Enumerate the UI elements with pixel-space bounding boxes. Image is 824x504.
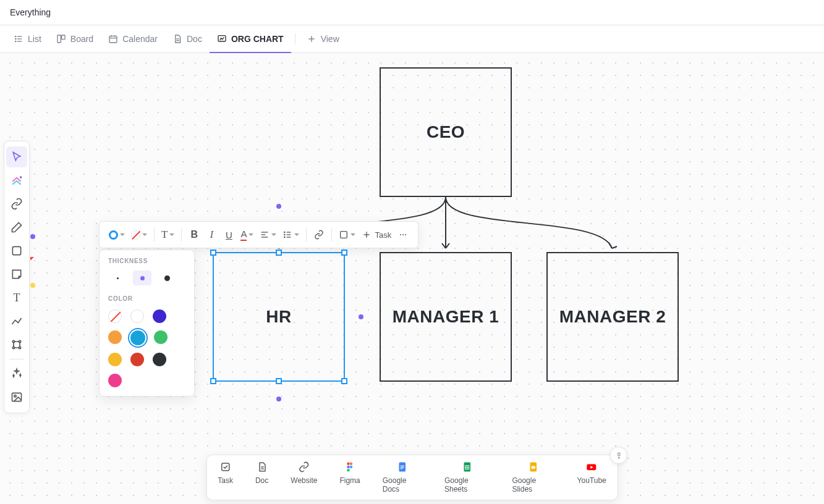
tab-doc[interactable]: Doc bbox=[165, 25, 210, 52]
anchor-bottom[interactable] bbox=[276, 397, 281, 401]
text-style-button[interactable]: T bbox=[158, 225, 177, 245]
text-color-button[interactable]: A bbox=[237, 225, 257, 245]
tool-clickup-item[interactable] bbox=[6, 170, 27, 191]
gdocs-icon bbox=[397, 461, 408, 472]
swatch-violet[interactable] bbox=[153, 309, 166, 323]
palette-divider bbox=[9, 359, 24, 359]
swatch-red[interactable] bbox=[130, 353, 144, 366]
tool-connector[interactable] bbox=[6, 311, 27, 332]
svg-point-5 bbox=[15, 41, 16, 41]
resize-handle-nw[interactable] bbox=[210, 250, 216, 256]
diagram-icon bbox=[11, 338, 23, 351]
thickness-small[interactable] bbox=[108, 271, 127, 285]
insert-doc[interactable]: Doc bbox=[255, 461, 268, 494]
whiteboard-icon bbox=[217, 34, 227, 44]
plus-icon bbox=[362, 230, 372, 240]
insert-website[interactable]: Website bbox=[291, 461, 317, 494]
connector-icon bbox=[11, 315, 23, 327]
swatch-white[interactable] bbox=[130, 309, 144, 323]
tool-shape[interactable] bbox=[6, 240, 27, 261]
list-style-button[interactable] bbox=[279, 225, 302, 245]
tool-cursor[interactable] bbox=[6, 146, 27, 167]
tab-add-view[interactable]: View bbox=[299, 25, 347, 52]
tab-list[interactable]: List bbox=[6, 25, 49, 52]
insert-link-button[interactable] bbox=[310, 225, 328, 245]
pin-button[interactable] bbox=[610, 447, 627, 464]
svg-rect-6 bbox=[57, 35, 61, 43]
tool-link[interactable] bbox=[6, 193, 27, 214]
node-ceo[interactable]: CEO bbox=[380, 67, 512, 197]
tool-text[interactable]: T bbox=[6, 287, 27, 308]
color-swatches bbox=[108, 309, 185, 387]
tool-magic[interactable] bbox=[6, 363, 27, 384]
svg-rect-51 bbox=[401, 466, 404, 466]
insert-figma[interactable]: Figma bbox=[339, 461, 360, 494]
resize-handle-s[interactable] bbox=[276, 378, 282, 384]
stroke-color-button[interactable] bbox=[106, 225, 128, 245]
color-panel: THICKNESS COLOR bbox=[99, 250, 195, 397]
svg-point-45 bbox=[347, 463, 350, 466]
swatch-green[interactable] bbox=[154, 330, 168, 344]
gslides-icon bbox=[528, 461, 539, 472]
svg-point-36 bbox=[19, 340, 20, 342]
insert-google-slides[interactable]: Google Slides bbox=[512, 461, 554, 494]
anchor-right[interactable] bbox=[359, 314, 363, 319]
swatch-blue[interactable] bbox=[130, 330, 145, 345]
swatch-black[interactable] bbox=[153, 353, 166, 366]
more-icon bbox=[398, 230, 408, 240]
tool-pen[interactable] bbox=[6, 217, 27, 238]
fill-color-button[interactable] bbox=[128, 225, 150, 245]
workspace-title[interactable]: Everything bbox=[0, 0, 824, 25]
insert-label: Figma bbox=[339, 476, 360, 485]
tab-org-chart[interactable]: ORG CHART bbox=[210, 26, 291, 53]
insert-task[interactable]: Task bbox=[218, 461, 233, 494]
no-fill-icon bbox=[131, 230, 140, 240]
anchor-top[interactable] bbox=[276, 204, 281, 209]
selection-toolbar: T B I U A Task bbox=[99, 221, 418, 248]
svg-point-31 bbox=[405, 234, 406, 235]
tool-image[interactable] bbox=[6, 387, 27, 408]
tool-diagram[interactable] bbox=[6, 334, 27, 355]
calendar-icon bbox=[108, 34, 118, 44]
tool-sticky[interactable] bbox=[6, 264, 27, 285]
insert-label: Website bbox=[291, 476, 317, 485]
node-hr[interactable]: HR bbox=[213, 252, 345, 382]
svg-point-30 bbox=[402, 234, 404, 235]
resize-handle-sw[interactable] bbox=[210, 378, 216, 384]
insert-bar: Task Doc Website Figma Google Docs Googl… bbox=[206, 455, 618, 500]
swatch-none[interactable] bbox=[108, 309, 122, 323]
resize-handle-ne[interactable] bbox=[341, 250, 347, 256]
sticky-icon bbox=[11, 268, 23, 280]
bold-button[interactable]: B bbox=[185, 225, 203, 245]
tab-label: Calendar bbox=[122, 34, 158, 44]
doc-icon bbox=[257, 461, 268, 472]
thickness-large[interactable] bbox=[158, 271, 176, 285]
tab-calendar[interactable]: Calendar bbox=[101, 25, 165, 52]
more-button[interactable] bbox=[394, 225, 412, 245]
svg-point-3 bbox=[15, 36, 16, 36]
swatch-yellow[interactable] bbox=[108, 353, 122, 366]
resize-handle-se[interactable] bbox=[341, 378, 347, 384]
resize-handle-n[interactable] bbox=[276, 250, 282, 256]
add-task-button[interactable]: Task bbox=[359, 225, 394, 245]
whiteboard-canvas[interactable]: CEO MANAGER 1 MANAGER 2 HR T B I U A bbox=[0, 53, 824, 504]
italic-button[interactable]: I bbox=[203, 225, 220, 245]
insert-google-docs[interactable]: Google Docs bbox=[383, 461, 422, 494]
align-icon bbox=[260, 230, 270, 240]
shape-type-button[interactable] bbox=[336, 225, 359, 245]
svg-rect-26 bbox=[341, 232, 347, 238]
align-button[interactable] bbox=[257, 225, 279, 245]
swatch-pink[interactable] bbox=[108, 374, 122, 387]
cursor-icon bbox=[11, 151, 23, 163]
svg-rect-34 bbox=[12, 246, 20, 254]
node-manager-2[interactable]: MANAGER 2 bbox=[546, 252, 679, 382]
svg-rect-53 bbox=[401, 468, 403, 469]
thickness-medium[interactable] bbox=[133, 271, 151, 285]
insert-google-sheets[interactable]: Google Sheets bbox=[444, 461, 490, 494]
insert-youtube[interactable]: YouTube bbox=[577, 461, 606, 494]
tab-board[interactable]: Board bbox=[49, 25, 101, 52]
underline-button[interactable]: U bbox=[220, 225, 237, 245]
node-manager-1[interactable]: MANAGER 1 bbox=[380, 252, 512, 382]
node-label: CEO bbox=[427, 122, 465, 142]
swatch-orange[interactable] bbox=[108, 330, 122, 344]
